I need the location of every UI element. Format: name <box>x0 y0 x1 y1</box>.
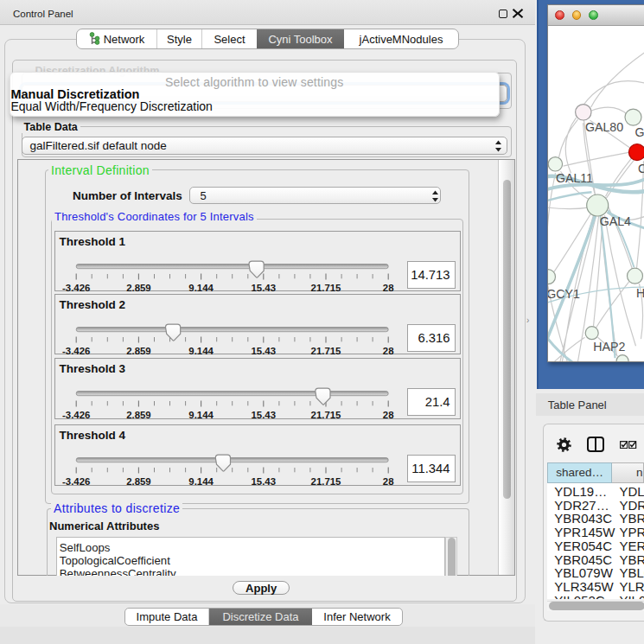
svg-text:9.144: 9.144 <box>188 410 214 420</box>
svg-text:-3.426: -3.426 <box>62 476 90 487</box>
svg-text:-3.426: -3.426 <box>62 346 90 356</box>
svg-text:21.715: 21.715 <box>310 283 341 293</box>
svg-text:28: 28 <box>383 346 394 356</box>
svg-text:GCY1: GCY1 <box>548 286 580 300</box>
svg-text:21.715: 21.715 <box>310 346 341 356</box>
svg-text:GAL4: GAL4 <box>599 214 630 228</box>
svg-text:2.859: 2.859 <box>126 283 151 293</box>
svg-text:28: 28 <box>383 410 394 420</box>
svg-text:GA: GA <box>634 124 644 138</box>
svg-text:9.144: 9.144 <box>188 346 214 356</box>
svg-text:28: 28 <box>383 283 394 293</box>
svg-text:HAP2: HAP2 <box>593 340 625 354</box>
svg-text:15.43: 15.43 <box>251 283 276 293</box>
svg-text:15.43: 15.43 <box>251 476 276 487</box>
svg-text:2.859: 2.859 <box>126 476 151 487</box>
svg-text:9.144: 9.144 <box>188 476 214 487</box>
svg-text:2.859: 2.859 <box>126 410 151 420</box>
svg-text:-3.426: -3.426 <box>62 283 90 293</box>
svg-text:9.144: 9.144 <box>188 283 214 293</box>
svg-text:15.43: 15.43 <box>251 410 276 420</box>
svg-text:28: 28 <box>383 476 394 487</box>
svg-text:C: C <box>638 161 644 175</box>
svg-text:H: H <box>636 285 644 299</box>
svg-text:2.859: 2.859 <box>126 346 151 356</box>
svg-text:GAL11: GAL11 <box>555 170 592 184</box>
svg-text:GAL80: GAL80 <box>584 120 622 134</box>
svg-text:-3.426: -3.426 <box>62 410 90 420</box>
svg-text:15.43: 15.43 <box>251 346 276 356</box>
svg-text:21.715: 21.715 <box>310 410 341 420</box>
svg-text:21.715: 21.715 <box>310 476 341 487</box>
